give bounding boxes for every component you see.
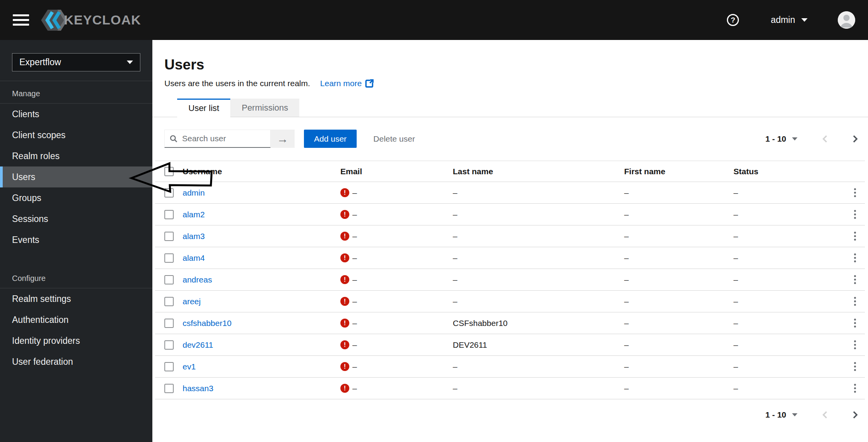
first-name-cell: –	[618, 291, 727, 312]
last-name-cell: –	[447, 225, 618, 247]
row-actions-kebab-button[interactable]	[852, 229, 858, 244]
kebab-icon	[854, 297, 856, 299]
next-page-button[interactable]	[852, 410, 859, 419]
sidebar-item-sessions[interactable]: Sessions	[0, 208, 152, 229]
kebab-icon	[854, 210, 856, 212]
row-checkbox[interactable]	[164, 362, 174, 371]
first-name-cell: –	[618, 204, 727, 225]
user-link[interactable]: admin	[183, 188, 205, 197]
column-header-status: Status	[727, 161, 845, 182]
sidebar-item-user-federation[interactable]: User federation	[0, 351, 152, 372]
user-link[interactable]: alam3	[183, 232, 205, 241]
sidebar-item-authentication[interactable]: Authentication	[0, 309, 152, 330]
status-cell: –	[727, 225, 845, 247]
chevron-right-icon	[852, 134, 859, 144]
sidebar-item-clients[interactable]: Clients	[0, 104, 152, 125]
help-icon[interactable]: ?	[727, 14, 739, 26]
row-actions-kebab-button[interactable]	[852, 185, 858, 200]
last-name-cell: –	[447, 356, 618, 378]
sidebar-item-events[interactable]: Events	[0, 229, 152, 250]
tab-permissions[interactable]: Permissions	[230, 99, 299, 117]
row-checkbox[interactable]	[164, 275, 174, 284]
status-cell: –	[727, 247, 845, 269]
row-checkbox[interactable]	[164, 340, 174, 350]
sidebar-item-realm-roles[interactable]: Realm roles	[0, 146, 152, 166]
last-name-cell: –	[447, 378, 618, 399]
user-link[interactable]: csfshabber10	[183, 319, 231, 328]
arrow-right-icon: →	[277, 132, 288, 146]
email-error-icon: !	[340, 319, 349, 328]
row-checkbox[interactable]	[164, 210, 174, 219]
row-checkbox[interactable]	[164, 297, 174, 306]
sidebar-item-client-scopes[interactable]: Client scopes	[0, 125, 152, 146]
row-actions-kebab-button[interactable]	[852, 315, 858, 331]
user-link[interactable]: ev1	[183, 362, 196, 371]
first-name-cell: –	[618, 312, 727, 334]
row-actions-kebab-button[interactable]	[852, 207, 858, 222]
user-link[interactable]: andreas	[183, 275, 212, 284]
first-name-cell: –	[618, 356, 727, 378]
kebab-icon	[854, 232, 856, 234]
nav-section-title: Manage	[0, 81, 152, 104]
email-error-icon: !	[340, 384, 349, 393]
sidebar-item-groups[interactable]: Groups	[0, 187, 152, 208]
row-actions-kebab-button[interactable]	[852, 250, 858, 265]
chevron-left-icon	[821, 410, 828, 419]
status-cell: –	[727, 269, 845, 291]
status-cell: –	[727, 182, 845, 204]
row-actions-kebab-button[interactable]	[852, 294, 858, 309]
table-row: alam3 !– – – –	[155, 225, 865, 247]
row-actions-kebab-button[interactable]	[852, 381, 858, 396]
pagination-options-toggle[interactable]: 1 - 10	[765, 134, 797, 144]
avatar[interactable]	[838, 11, 855, 29]
email-error-icon: !	[340, 232, 349, 241]
user-link[interactable]: alam2	[183, 210, 205, 219]
email-error-icon: !	[340, 297, 349, 306]
user-link[interactable]: areej	[183, 297, 201, 306]
row-checkbox[interactable]	[164, 188, 174, 198]
user-menu-label: admin	[771, 15, 795, 25]
row-actions-kebab-button[interactable]	[852, 359, 858, 374]
nav-section-manage: Manage Clients Client scopes Realm roles…	[0, 81, 152, 250]
pagination-options-toggle[interactable]: 1 - 10	[765, 410, 797, 419]
toolbar: → Add user Delete user 1 - 10	[164, 130, 859, 148]
previous-page-button[interactable]	[821, 410, 828, 419]
kebab-icon	[854, 340, 856, 342]
last-name-cell: –	[447, 204, 618, 225]
status-cell: –	[727, 334, 845, 356]
sidebar-item-realm-settings[interactable]: Realm settings	[0, 288, 152, 309]
learn-more-link[interactable]: Learn more	[320, 79, 374, 88]
user-link[interactable]: hassan3	[183, 384, 213, 393]
table-row: admin !– – – –	[155, 182, 865, 204]
row-actions-kebab-button[interactable]	[852, 272, 858, 287]
user-menu-dropdown[interactable]: admin	[771, 15, 808, 25]
row-checkbox[interactable]	[164, 384, 174, 393]
search-submit-button[interactable]: →	[271, 130, 295, 148]
chevron-down-icon	[801, 18, 808, 22]
user-link[interactable]: alam4	[183, 253, 205, 262]
previous-page-button[interactable]	[821, 134, 828, 144]
last-name-cell: –	[447, 247, 618, 269]
sidebar-item-users[interactable]: Users	[0, 166, 152, 187]
tab-bar: User list Permissions	[152, 99, 868, 117]
row-actions-kebab-button[interactable]	[852, 337, 858, 352]
delete-user-button[interactable]: Delete user	[373, 134, 415, 144]
row-checkbox[interactable]	[164, 319, 174, 328]
tab-user-list[interactable]: User list	[177, 99, 230, 117]
first-name-cell: –	[618, 269, 727, 291]
person-icon	[838, 11, 855, 29]
sidebar-item-identity-providers[interactable]: Identity providers	[0, 330, 152, 351]
realm-selector-dropdown[interactable]: Expertflow	[12, 53, 140, 71]
row-checkbox[interactable]	[164, 232, 174, 241]
nav-section-title: Configure	[0, 266, 152, 288]
table-row: alam4 !– – – –	[155, 247, 865, 269]
row-checkbox[interactable]	[164, 253, 174, 263]
column-header-email: Email	[334, 161, 447, 182]
select-all-checkbox[interactable]	[164, 167, 174, 176]
search-input[interactable]	[182, 134, 266, 143]
next-page-button[interactable]	[852, 134, 859, 144]
add-user-button[interactable]: Add user	[304, 130, 357, 148]
nav-toggle-icon[interactable]	[13, 12, 30, 28]
email-error-icon: !	[340, 188, 349, 197]
user-link[interactable]: dev2611	[183, 340, 213, 349]
